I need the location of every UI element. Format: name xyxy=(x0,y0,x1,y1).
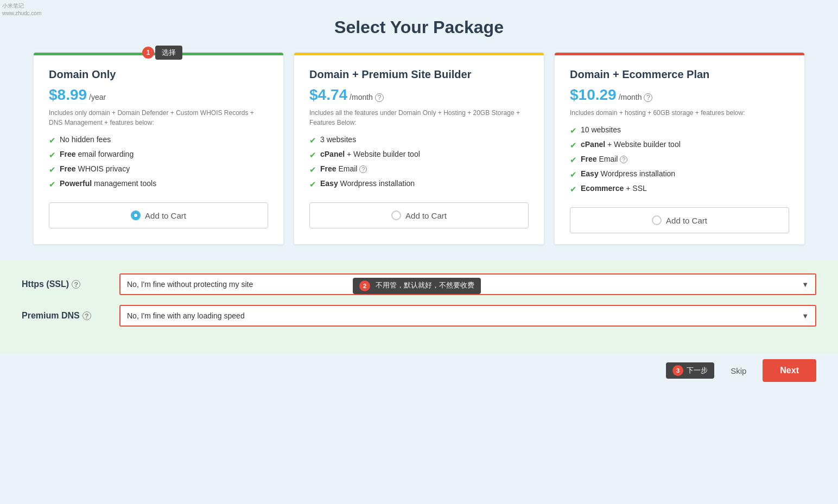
annotation-1-label: 选择 xyxy=(155,46,182,60)
info-icon-dns[interactable]: ? xyxy=(82,311,91,320)
add-to-cart-domain-ecommerce[interactable]: Add to Cart xyxy=(570,207,789,233)
check-icon: ✔ xyxy=(49,150,56,160)
card-domain-only: Domain Only $8.99 /year Includes only do… xyxy=(34,53,283,244)
price-period-domain-premium: /month xyxy=(350,93,373,101)
page-wrapper: 小米笔记 www.zhudc.com Select Your Package D… xyxy=(0,0,838,387)
feature-list-domain-ecommerce: ✔ 10 websites ✔ cPanel + Website builder… xyxy=(570,125,789,194)
addon-row-dns: Premium DNS ? No, I'm fine with any load… xyxy=(22,305,816,327)
card-desc-domain-premium: Includes all the features under Domain O… xyxy=(309,108,529,127)
feature-bold: Free xyxy=(60,164,76,173)
skip-button[interactable]: Skip xyxy=(723,362,754,380)
feature-item: ✔ Free Email ? xyxy=(309,164,529,175)
feature-item: ✔ Easy Wordpress installation xyxy=(570,169,789,180)
addon-label-ssl: Https (SSL) ? xyxy=(22,279,119,289)
addon-label-dns: Premium DNS ? xyxy=(22,311,119,321)
price-period-domain-only: /year xyxy=(89,93,106,101)
annotation-3-badge: 3 xyxy=(672,365,683,376)
annotation-2-label: 不用管，默认就好，不然要收费 xyxy=(376,281,474,289)
feature-bold: Powerful xyxy=(60,179,92,188)
price-amount-domain-only: $8.99 xyxy=(49,86,87,104)
info-icon-free-email[interactable]: ? xyxy=(359,165,367,173)
feature-bold: Free xyxy=(60,150,76,158)
feature-item: ✔ Free email forwarding xyxy=(49,150,268,160)
card-title-domain-only: Domain Only xyxy=(49,68,268,81)
radio-unselected-icon xyxy=(652,215,662,225)
dns-select[interactable]: No, I'm fine with any loading speed Yes,… xyxy=(120,306,815,326)
feature-item: ✔ No hidden fees xyxy=(49,135,268,145)
feature-item: ✔ Free WHOIS privacy xyxy=(49,164,268,175)
feature-item: ✔ cPanel + Website builder tool xyxy=(570,140,789,150)
annotation-3: 3 下一步 xyxy=(666,362,714,379)
feature-text: No hidden fees xyxy=(60,135,111,144)
feature-item: ✔ Ecommerce + SSL xyxy=(570,184,789,194)
bottom-actions: 3 下一步 Skip Next xyxy=(0,354,838,387)
annotation-3-label: 下一步 xyxy=(687,366,708,375)
check-icon: ✔ xyxy=(309,150,316,160)
check-icon: ✔ xyxy=(309,180,316,189)
card-desc-domain-only: Includes only domain + Domain Defender +… xyxy=(49,108,268,127)
info-icon-premium[interactable]: ? xyxy=(375,93,384,102)
feature-item: ✔ 3 websites xyxy=(309,135,529,145)
card-price-domain-only: $8.99 /year xyxy=(49,86,268,104)
check-icon: ✔ xyxy=(570,126,577,136)
feature-item: ✔ Easy Wordpress installation xyxy=(309,179,529,189)
card-title-domain-premium: Domain + Premium Site Builder xyxy=(309,68,529,81)
info-icon-free-email-ec[interactable]: ? xyxy=(620,156,627,163)
bottom-section: Https (SSL) ? No, I'm fine without prote… xyxy=(0,260,838,354)
annotation-2-badge: 2 xyxy=(359,280,370,291)
check-icon: ✔ xyxy=(570,141,577,150)
feature-item: ✔ 10 websites xyxy=(570,125,789,136)
addon-select-wrapper-dns: No, I'm fine with any loading speed Yes,… xyxy=(119,305,816,327)
check-icon: ✔ xyxy=(49,165,56,175)
card-domain-premium: Domain + Premium Site Builder $4.74 /mon… xyxy=(294,53,544,244)
price-amount-domain-ecommerce: $10.29 xyxy=(570,86,617,104)
page-title: Select Your Package xyxy=(0,0,838,53)
info-icon-ecommerce[interactable]: ? xyxy=(644,93,652,102)
card-title-domain-ecommerce: Domain + Ecommerce Plan xyxy=(570,68,789,81)
radio-selected-icon xyxy=(131,210,141,220)
feature-list-domain-only: ✔ No hidden fees ✔ Free email forwarding… xyxy=(49,135,268,189)
card-domain-ecommerce: Domain + Ecommerce Plan $10.29 /month ? … xyxy=(555,53,804,244)
feature-item: ✔ cPanel + Website builder tool xyxy=(309,150,529,160)
annotation-1-badge: 1 xyxy=(142,47,154,59)
addon-row-ssl: Https (SSL) ? No, I'm fine without prote… xyxy=(22,273,816,295)
check-icon: ✔ xyxy=(570,184,577,194)
feature-item: ✔ Powerful management tools xyxy=(49,179,268,189)
price-amount-domain-premium: $4.74 xyxy=(309,86,347,104)
next-button[interactable]: Next xyxy=(763,359,816,382)
card-price-domain-premium: $4.74 /month ? xyxy=(309,86,529,104)
feature-item: ✔ Free Email ? xyxy=(570,155,789,165)
annotation-2: 2 不用管，默认就好，不然要收费 xyxy=(353,278,481,294)
check-icon: ✔ xyxy=(309,136,316,145)
price-period-domain-ecommerce: /month xyxy=(619,93,642,101)
check-icon: ✔ xyxy=(49,136,56,145)
info-icon-ssl[interactable]: ? xyxy=(72,280,80,289)
watermark: 小米笔记 www.zhudc.com xyxy=(2,2,41,17)
check-icon: ✔ xyxy=(570,155,577,165)
cards-container: Domain Only $8.99 /year Includes only do… xyxy=(0,53,838,244)
card-price-domain-ecommerce: $10.29 /month ? xyxy=(570,86,789,104)
card-desc-domain-ecommerce: Includes domain + hosting + 60GB storage… xyxy=(570,108,789,118)
check-icon: ✔ xyxy=(49,180,56,189)
radio-unselected-icon xyxy=(391,210,401,220)
feature-list-domain-premium: ✔ 3 websites ✔ cPanel + Website builder … xyxy=(309,135,529,189)
add-to-cart-domain-only[interactable]: Add to Cart xyxy=(49,202,268,228)
check-icon: ✔ xyxy=(309,165,316,175)
add-to-cart-domain-premium[interactable]: Add to Cart xyxy=(309,202,529,228)
check-icon: ✔ xyxy=(570,170,577,180)
